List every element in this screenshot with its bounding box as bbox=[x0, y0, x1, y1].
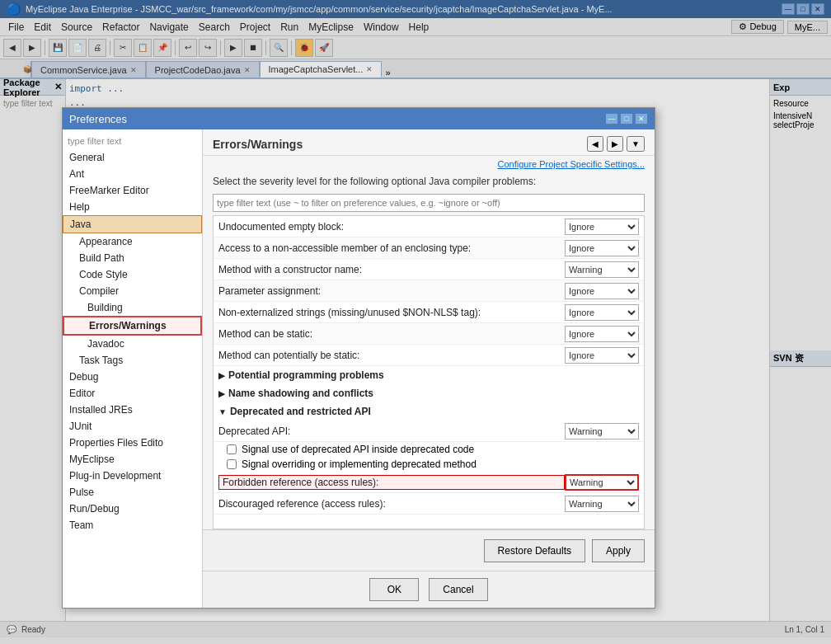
setting-access-enclosing-select[interactable]: IgnoreWarningError bbox=[565, 240, 639, 256]
setting-undocumented-block: Undocumented empty block: IgnoreWarningE… bbox=[214, 216, 644, 237]
config-project-link[interactable]: Configure Project Specific Settings... bbox=[203, 156, 655, 172]
nav-pulse[interactable]: Pulse bbox=[63, 484, 202, 501]
dialog-nav: type filter text General Ant FreeMarker … bbox=[63, 129, 203, 608]
nav-debug[interactable]: Debug bbox=[63, 369, 202, 385]
setting-method-potentially-static-label: Method can potentially be static: bbox=[218, 350, 565, 361]
setting-param-assignment: Parameter assignment: IgnoreWarningError bbox=[214, 280, 644, 302]
nav-building[interactable]: Building bbox=[63, 299, 202, 316]
dialog-maximize-button[interactable]: □ bbox=[620, 113, 633, 125]
nav-rundebug[interactable]: Run/Debug bbox=[63, 501, 202, 517]
setting-discouraged-reference: Discouraged reference (access rules): Ig… bbox=[214, 493, 644, 515]
setting-method-static-select[interactable]: IgnoreWarningError bbox=[565, 326, 639, 342]
nav-compiler[interactable]: Compiler bbox=[63, 283, 202, 299]
nav-propertiesfiles[interactable]: Properties Files Edito bbox=[63, 435, 202, 451]
nav-tasktags[interactable]: Task Tags bbox=[63, 352, 202, 369]
nav-buildpath[interactable]: Build Path bbox=[63, 250, 202, 266]
errors-warnings-title: Errors/Warnings bbox=[213, 138, 303, 151]
nav-appearance[interactable]: Appearance bbox=[63, 233, 202, 250]
nav-filter-input[interactable]: type filter text bbox=[63, 133, 202, 149]
apply-button[interactable]: Apply bbox=[592, 539, 645, 562]
setting-non-externalized-select[interactable]: IgnoreWarningError bbox=[565, 304, 639, 321]
dialog-overlay: Preferences — □ ✕ type filter text Gener… bbox=[0, 0, 831, 644]
setting-undocumented-block-select[interactable]: IgnoreWarningError bbox=[565, 219, 639, 235]
setting-non-externalized: Non-externalized strings (missing/unused… bbox=[214, 302, 644, 323]
dialog-bottom-buttons: OK Cancel bbox=[203, 571, 655, 608]
setting-undocumented-block-label: Undocumented empty block: bbox=[218, 221, 565, 233]
setting-method-potentially-static: Method can potentially be static: Ignore… bbox=[214, 345, 644, 366]
nav-general[interactable]: General bbox=[63, 149, 202, 166]
setting-access-enclosing: Access to a non-accessible member of an … bbox=[214, 237, 644, 259]
dialog-action-buttons: Restore Defaults Apply bbox=[203, 529, 655, 571]
section-deprecated-arrow: ▼ bbox=[218, 407, 227, 416]
nav-arrows: ◀ ▶ ▼ bbox=[587, 136, 645, 152]
dialog-right-header: Errors/Warnings ◀ ▶ ▼ bbox=[203, 129, 655, 156]
ide-window: 🔵 MyEclipse Java Enterprise - JSMCC_war/… bbox=[0, 0, 831, 644]
nav-help[interactable]: Help bbox=[63, 199, 202, 215]
nav-editor[interactable]: Editor bbox=[63, 385, 202, 402]
setting-deprecated-api: Deprecated API: IgnoreWarningError bbox=[214, 421, 644, 442]
section-potential-label: Potential programming problems bbox=[228, 369, 384, 381]
setting-param-assignment-label: Parameter assignment: bbox=[218, 285, 565, 297]
setting-method-constructor-label: Method with a constructor name: bbox=[218, 264, 565, 275]
nav-codestyle[interactable]: Code Style bbox=[63, 266, 202, 283]
dialog-minimize-button[interactable]: — bbox=[605, 113, 618, 125]
section-name-shadowing[interactable]: ▶ Name shadowing and conflicts bbox=[214, 384, 644, 402]
setting-param-assignment-select[interactable]: IgnoreWarningError bbox=[565, 283, 639, 299]
setting-method-static: Method can be static: IgnoreWarningError bbox=[214, 323, 644, 345]
checkbox-deprecated-inside-input[interactable] bbox=[227, 444, 237, 454]
checkbox-deprecated-override: Signal overriding or implementing deprec… bbox=[214, 457, 644, 472]
section-deprecated[interactable]: ▼ Deprecated and restricted API bbox=[214, 402, 644, 421]
nav-java[interactable]: Java bbox=[63, 215, 202, 233]
setting-method-constructor: Method with a constructor name: IgnoreWa… bbox=[214, 259, 644, 280]
section-deprecated-label: Deprecated and restricted API bbox=[230, 406, 371, 417]
nav-team[interactable]: Team bbox=[63, 517, 202, 534]
setting-forbidden-reference-select[interactable]: IgnoreWarningError bbox=[565, 474, 639, 491]
dialog-title-text: Preferences bbox=[69, 113, 127, 125]
setting-discouraged-reference-label: Discouraged reference (access rules): bbox=[218, 498, 565, 510]
checkbox-deprecated-inside: Signal use of deprecated API inside depr… bbox=[214, 442, 644, 457]
nav-myeclipse[interactable]: MyEclipse bbox=[63, 451, 202, 468]
filter-description: Select the severity level for the follow… bbox=[203, 172, 655, 190]
checkbox-deprecated-inside-label: Signal use of deprecated API inside depr… bbox=[242, 444, 474, 455]
dialog-title-bar: Preferences — □ ✕ bbox=[63, 108, 655, 129]
setting-method-potentially-static-select[interactable]: IgnoreWarningError bbox=[565, 347, 639, 364]
nav-dropdown-button[interactable]: ▼ bbox=[627, 136, 645, 152]
nav-freemarker[interactable]: FreeMarker Editor bbox=[63, 182, 202, 199]
section-potential-arrow: ▶ bbox=[218, 371, 225, 380]
settings-scroll-area[interactable]: Undocumented empty block: IgnoreWarningE… bbox=[213, 215, 645, 529]
setting-discouraged-reference-select[interactable]: IgnoreWarningError bbox=[565, 496, 639, 512]
nav-javadoc[interactable]: Javadoc bbox=[63, 336, 202, 352]
checkbox-deprecated-override-input[interactable] bbox=[227, 459, 237, 469]
ok-button[interactable]: OK bbox=[369, 578, 419, 601]
setting-deprecated-api-label: Deprecated API: bbox=[218, 425, 565, 437]
nav-junit[interactable]: JUnit bbox=[63, 418, 202, 435]
section-shadowing-arrow: ▶ bbox=[218, 389, 225, 398]
preferences-dialog: Preferences — □ ✕ type filter text Gener… bbox=[62, 107, 655, 609]
checkbox-deprecated-override-label: Signal overriding or implementing deprec… bbox=[242, 458, 477, 470]
nav-ant[interactable]: Ant bbox=[63, 166, 202, 182]
setting-non-externalized-label: Non-externalized strings (missing/unused… bbox=[218, 307, 565, 318]
nav-back-button[interactable]: ◀ bbox=[587, 136, 603, 152]
dialog-content: type filter text General Ant FreeMarker … bbox=[63, 129, 655, 608]
nav-plugindev[interactable]: Plug-in Development bbox=[63, 468, 202, 484]
setting-deprecated-api-select[interactable]: IgnoreWarningError bbox=[565, 423, 639, 440]
settings-filter-input[interactable] bbox=[213, 194, 645, 212]
setting-forbidden-reference: Forbidden reference (access rules): Igno… bbox=[214, 472, 644, 493]
dialog-close-button[interactable]: ✕ bbox=[635, 113, 648, 125]
section-potential-problems[interactable]: ▶ Potential programming problems bbox=[214, 366, 644, 384]
restore-defaults-button[interactable]: Restore Defaults bbox=[484, 539, 585, 562]
setting-access-enclosing-label: Access to a non-accessible member of an … bbox=[218, 242, 565, 254]
nav-installedjres[interactable]: Installed JREs bbox=[63, 402, 202, 418]
setting-method-static-label: Method can be static: bbox=[218, 328, 565, 340]
dialog-title-buttons: — □ ✕ bbox=[605, 113, 648, 125]
dialog-right-panel: Errors/Warnings ◀ ▶ ▼ Configure Project … bbox=[203, 129, 655, 608]
section-shadowing-label: Name shadowing and conflicts bbox=[228, 388, 373, 399]
setting-method-constructor-select[interactable]: IgnoreWarningError bbox=[565, 261, 639, 278]
nav-forward-button[interactable]: ▶ bbox=[607, 136, 623, 152]
cancel-button[interactable]: Cancel bbox=[429, 578, 487, 601]
setting-forbidden-reference-label: Forbidden reference (access rules): bbox=[218, 475, 565, 490]
nav-errors-warnings[interactable]: Errors/Warnings bbox=[63, 316, 202, 336]
